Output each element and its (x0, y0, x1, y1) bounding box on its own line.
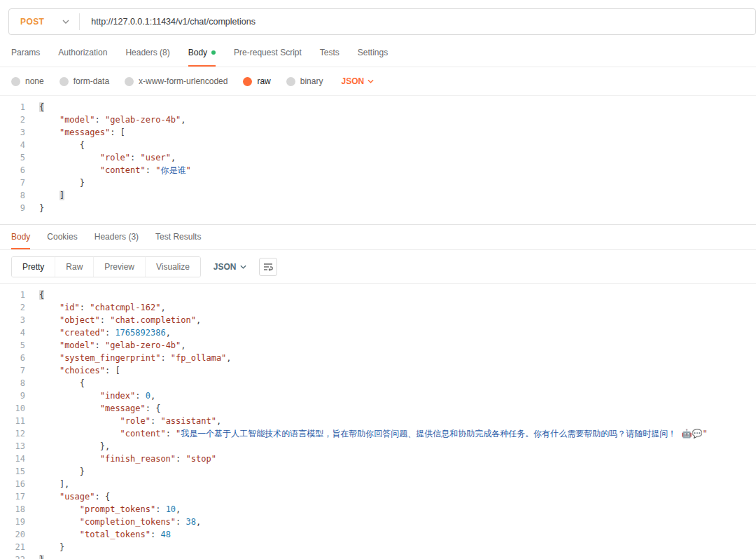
tab-headers[interactable]: Headers (8) (125, 39, 169, 67)
mode-label: form-data (74, 76, 109, 86)
code-line: 13 }, (0, 440, 756, 453)
tab-label: Params (11, 48, 40, 57)
mode-form-data[interactable]: form-data (59, 76, 109, 86)
code-line: 21 } (0, 541, 756, 553)
postman-app: POST Params Authorization Headers (8) Bo… (0, 8, 756, 559)
tab-authorization[interactable]: Authorization (58, 39, 107, 67)
line-number: 2 (0, 113, 25, 126)
line-content: ] (25, 189, 64, 202)
response-language-dropdown[interactable]: JSON (214, 262, 246, 272)
line-number: 9 (0, 202, 25, 214)
line-number: 5 (0, 151, 25, 164)
code-line: 12 "content": "我是一个基于人工智能技术的语言模型，旨在帮助你回答… (0, 427, 756, 440)
line-content: ], (25, 478, 69, 490)
line-number: 4 (0, 139, 25, 151)
line-content: "total_tokens": 48 (25, 528, 171, 541)
line-content: { (25, 101, 44, 113)
response-tab-test-results[interactable]: Test Results (155, 225, 201, 249)
mode-label: x-www-form-urlencoded (139, 76, 227, 86)
response-body-editor[interactable]: 1{2 "id": "chatcmpl-162",3 "object": "ch… (0, 283, 756, 559)
line-content: } (25, 465, 85, 478)
mode-label: binary (300, 76, 323, 86)
tab-label: Test Results (155, 232, 201, 242)
line-number: 10 (0, 402, 25, 415)
line-number: 6 (0, 164, 25, 177)
tab-params[interactable]: Params (11, 39, 40, 67)
line-content: "choices": [ (25, 364, 120, 377)
line-number: 17 (0, 490, 25, 503)
request-body-editor[interactable]: 1{2 "model": "gelab-zero-4b",3 "messages… (0, 95, 756, 220)
line-content: } (25, 177, 85, 189)
tab-label: Body (188, 48, 207, 57)
line-content: "model": "gelab-zero-4b", (25, 113, 186, 126)
line-number: 1 (0, 101, 25, 113)
response-tab-headers[interactable]: Headers (3) (94, 225, 139, 249)
method-label: POST (20, 17, 44, 27)
code-line: 8 ] (0, 189, 756, 202)
tab-label: Body (11, 232, 30, 242)
code-line: 18 "prompt_tokens": 10, (0, 503, 756, 516)
line-content: "role": "assistant", (25, 415, 221, 427)
line-content: "model": "gelab-zero-4b", (25, 339, 186, 352)
request-language-dropdown[interactable]: JSON (341, 76, 374, 86)
code-line: 2 "id": "chatcmpl-162", (0, 301, 756, 314)
view-label: Raw (66, 262, 83, 272)
view-preview[interactable]: Preview (93, 257, 145, 277)
response-tabs: Body Cookies Headers (3) Test Results (0, 225, 756, 250)
mode-x-www-form-urlencoded[interactable]: x-www-form-urlencoded (125, 76, 227, 86)
response-tab-body[interactable]: Body (11, 225, 30, 249)
line-content: "id": "chatcmpl-162", (25, 301, 166, 314)
code-line: 1{ (0, 101, 756, 113)
line-number: 11 (0, 415, 25, 427)
tab-label: Headers (3) (94, 232, 139, 242)
line-number: 6 (0, 352, 25, 364)
code-line: 9} (0, 202, 756, 214)
tab-label: Headers (8) (125, 48, 169, 57)
code-line: 7 } (0, 177, 756, 189)
mode-raw[interactable]: raw (243, 76, 270, 86)
response-tab-cookies[interactable]: Cookies (47, 225, 77, 249)
wrap-text-button[interactable] (259, 258, 277, 276)
radio-icon (286, 77, 295, 86)
code-line: 2 "model": "gelab-zero-4b", (0, 113, 756, 126)
line-number: 8 (0, 377, 25, 389)
code-line: 20 "total_tokens": 48 (0, 528, 756, 541)
code-line: 22} (0, 553, 756, 559)
line-content: } (25, 202, 44, 214)
code-line: 11 "role": "assistant", (0, 415, 756, 427)
line-content: "completion_tokens": 38, (25, 516, 201, 528)
language-label: JSON (341, 76, 364, 86)
radio-icon (11, 77, 20, 86)
body-present-dot (211, 50, 216, 55)
radio-icon (125, 77, 134, 86)
view-raw[interactable]: Raw (55, 257, 93, 277)
line-number: 16 (0, 478, 25, 490)
view-pretty[interactable]: Pretty (12, 257, 55, 277)
code-line: 8 { (0, 377, 756, 389)
line-content: "system_fingerprint": "fp_ollama", (25, 352, 232, 364)
tab-body[interactable]: Body (188, 39, 216, 67)
chevron-down-icon (368, 79, 374, 83)
mode-binary[interactable]: binary (286, 76, 323, 86)
line-number: 18 (0, 503, 25, 516)
tab-pre-request-script[interactable]: Pre-request Script (234, 39, 302, 67)
code-line: 1{ (0, 289, 756, 301)
view-label: Preview (104, 262, 134, 272)
tab-label: Authorization (58, 48, 107, 57)
method-selector[interactable]: POST (9, 17, 79, 27)
radio-selected-icon (243, 77, 252, 86)
code-line: 17 "usage": { (0, 490, 756, 503)
tab-settings[interactable]: Settings (358, 39, 388, 67)
code-line: 5 "role": "user", (0, 151, 756, 164)
mode-label: none (25, 76, 44, 86)
line-number: 4 (0, 326, 25, 339)
wrap-text-icon (263, 262, 273, 272)
body-mode-row: none form-data x-www-form-urlencoded raw… (0, 67, 756, 95)
mode-none[interactable]: none (11, 76, 44, 86)
tab-tests[interactable]: Tests (320, 39, 340, 67)
url-input[interactable] (80, 17, 755, 27)
request-url-bar: POST (8, 8, 756, 35)
line-content: } (25, 541, 64, 553)
code-line: 6 "system_fingerprint": "fp_ollama", (0, 352, 756, 364)
view-visualize[interactable]: Visualize (145, 257, 200, 277)
